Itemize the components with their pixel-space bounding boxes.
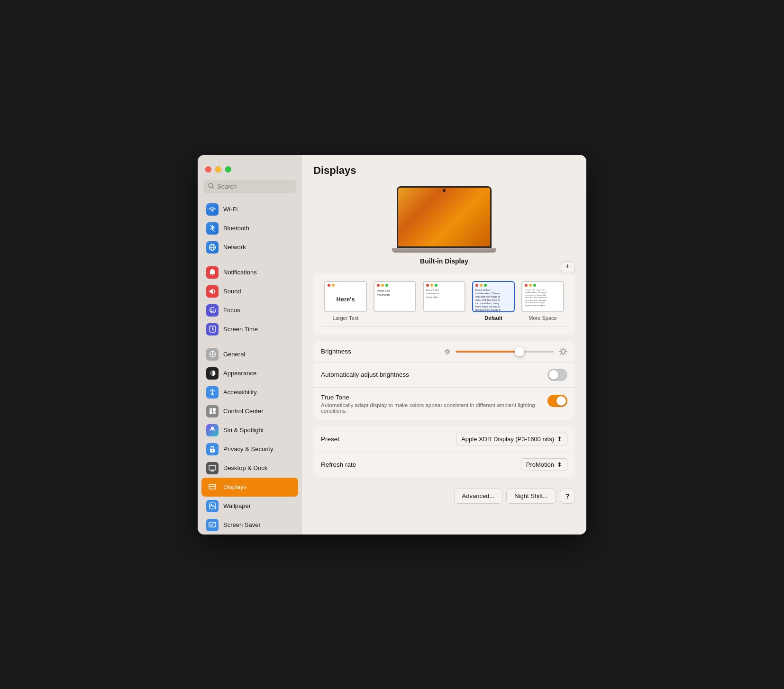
display-name: Built-in Display (420, 257, 468, 265)
refresh-rate-value: ProMotion (526, 461, 554, 468)
dot-yellow (332, 284, 335, 287)
screentime-icon (206, 323, 219, 335)
svg-point-28 (561, 350, 565, 354)
sidebar-item-siri[interactable]: Siri & Spotlight (201, 421, 298, 440)
sidebar-divider-1 (206, 260, 293, 260)
close-button[interactable] (205, 166, 211, 172)
sidebar-item-general-label: General (223, 351, 245, 358)
main-content: Displays Built-in Display + ▼ (302, 155, 586, 535)
more-space-preview: Here's to the crazy onestroublemakers. T… (521, 281, 564, 312)
privacy-icon (206, 443, 219, 455)
notifications-icon (206, 266, 219, 279)
controlcenter-icon (206, 405, 219, 417)
sidebar-item-screentime[interactable]: Screen Time (201, 320, 298, 339)
sidebar-item-sound[interactable]: Sound (201, 282, 298, 301)
sound-icon (206, 285, 219, 298)
sidebar-item-wifi[interactable]: Wi-Fi (201, 200, 298, 219)
sidebar-divider-2 (206, 342, 293, 342)
sidebar-item-privacy[interactable]: Privacy & Security (201, 440, 298, 459)
sidebar-item-network-label: Network (223, 244, 246, 251)
sidebar-item-accessibility[interactable]: Accessibility (201, 383, 298, 402)
dot-red-ms (525, 284, 528, 287)
sidebar-item-desktop[interactable]: Desktop & Dock (201, 459, 298, 478)
svg-line-1 (212, 187, 214, 189)
traffic-lights (198, 163, 302, 180)
laptop-screen (397, 186, 492, 248)
sidebar-item-screentime-label: Screen Time (223, 326, 258, 333)
desktop-icon (206, 462, 219, 474)
resolution-option-3[interactable]: Here's to ttroublemaones who (423, 281, 465, 321)
sidebar-item-wallpaper-label: Wallpaper (223, 502, 251, 509)
sidebar-item-wifi-label: Wi-Fi (223, 206, 237, 213)
resolution-label-more-space: More Space (529, 315, 556, 321)
sidebar-item-controlcenter[interactable]: Control Center (201, 402, 298, 421)
advanced-button[interactable]: Advanced... (454, 489, 503, 504)
search-icon (208, 183, 214, 190)
sidebar-item-focus[interactable]: Focus (201, 301, 298, 320)
search-input[interactable] (217, 183, 292, 190)
brightness-track[interactable] (456, 351, 554, 353)
focus-icon (206, 304, 219, 317)
sidebar-item-bluetooth[interactable]: Bluetooth (201, 219, 298, 238)
brightness-high-icon (559, 347, 567, 356)
sidebar-item-network[interactable]: Network (201, 238, 298, 257)
res-bottom-divider (321, 326, 567, 327)
minimize-button[interactable] (215, 166, 221, 172)
brightness-fill (456, 351, 520, 353)
sidebar-item-wallpaper[interactable]: Wallpaper (201, 497, 298, 516)
svg-point-7 (211, 354, 213, 355)
maximize-button[interactable] (225, 166, 231, 172)
settings-window: Wi-Fi Bluetooth (198, 155, 586, 535)
general-icon (206, 348, 219, 361)
resolution-option-2[interactable]: Here's totroublem (374, 281, 416, 321)
svg-rect-12 (210, 411, 212, 414)
auto-brightness-toggle[interactable] (547, 369, 567, 381)
default-preview: Here's to the ctroublemakers. The rouone… (472, 281, 515, 312)
sidebar-item-notifications[interactable]: Notifications (201, 263, 298, 282)
night-shift-button[interactable]: Night Shift... (506, 489, 556, 504)
auto-brightness-label: Automatically adjust brightness (321, 371, 547, 378)
svg-point-14 (211, 426, 214, 430)
help-button[interactable]: ? (560, 489, 575, 504)
bluetooth-icon (206, 222, 219, 235)
add-display-button[interactable]: + (561, 261, 574, 273)
preset-label: Preset (321, 435, 456, 443)
sidebar-list: Wi-Fi Bluetooth (198, 200, 302, 535)
svg-point-16 (212, 450, 213, 451)
dot-red (328, 284, 330, 287)
display-preview-row: Built-in Display + ▼ (313, 186, 575, 273)
preset-row: Preset Apple XDR Display (P3-1600 nits) … (313, 426, 575, 452)
brightness-thumb[interactable] (515, 347, 524, 356)
true-tone-toggle[interactable] (547, 395, 567, 407)
refresh-rate-row: Refresh rate ProMotion ⬍ (313, 452, 575, 477)
search-bar[interactable] (203, 180, 296, 193)
text-content-ms: Here's to the crazy onestroublemakers. T… (525, 289, 561, 307)
dot-red-d (475, 284, 478, 287)
displays-icon (206, 481, 219, 493)
resolution-option-more-space[interactable]: Here's to the crazy onestroublemakers. T… (521, 281, 564, 321)
text-content-3: Here's to ttroublemaones who (426, 289, 462, 299)
page-title: Displays (313, 164, 575, 177)
dot-green-2 (385, 284, 388, 287)
wifi-icon (206, 203, 219, 216)
auto-brightness-knob (549, 370, 558, 380)
dot-red-3 (426, 284, 429, 287)
preset-select[interactable]: Apple XDR Display (P3-1600 nits) ⬍ (456, 433, 567, 445)
sidebar-item-general[interactable]: General (201, 345, 298, 364)
sidebar-item-displays[interactable]: Displays (201, 478, 298, 497)
dot-yellow-d (480, 284, 483, 287)
laptop-container (397, 186, 492, 253)
sidebar-item-appearance[interactable]: Appearance (201, 364, 298, 383)
preset-value: Apple XDR Display (P3-1600 nits) (461, 435, 554, 443)
sidebar-item-controlcenter-label: Control Center (223, 408, 264, 415)
dots-row-ms (522, 282, 563, 288)
refresh-rate-select[interactable]: ProMotion ⬍ (521, 458, 567, 471)
sidebar-item-accessibility-label: Accessibility (223, 389, 257, 396)
resolution-option-default[interactable]: Here's to the ctroublemakers. The rouone… (472, 281, 515, 321)
dot-green-d (484, 284, 487, 287)
sidebar-item-focus-label: Focus (223, 307, 240, 314)
sidebar-item-sound-label: Sound (223, 288, 241, 295)
resolution-option-larger-text[interactable]: Here's Larger Text (324, 281, 367, 321)
bottom-buttons: Advanced... Night Shift... ? (313, 489, 575, 504)
sidebar-item-screensaver[interactable]: Screen Saver (201, 516, 298, 535)
